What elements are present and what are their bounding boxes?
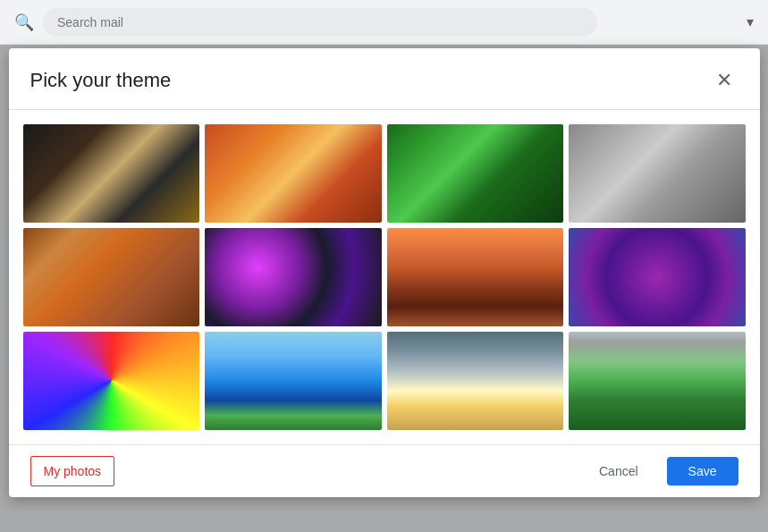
theme-item-lake[interactable] [205, 332, 382, 430]
dialog-body[interactable] [9, 110, 760, 444]
theme-item-jellyfish[interactable] [569, 228, 746, 326]
dropdown-icon[interactable]: ▾ [747, 13, 754, 30]
cancel-button[interactable]: Cancel [581, 457, 656, 486]
theme-item-beach[interactable] [387, 332, 564, 430]
theme-item-canyon[interactable] [205, 124, 382, 223]
search-input[interactable] [43, 8, 597, 37]
theme-item-leaves[interactable] [23, 228, 200, 326]
my-photos-button[interactable]: My photos [30, 456, 115, 486]
theme-item-caterpillar[interactable] [387, 124, 564, 223]
theme-item-chess[interactable] [23, 124, 200, 223]
close-button[interactable]: ✕ [710, 66, 738, 95]
save-button[interactable]: Save [667, 457, 738, 486]
dialog-header: Pick your theme ✕ [9, 48, 760, 110]
search-icon: 🔍 [14, 13, 34, 32]
dialog-title: Pick your theme [30, 69, 172, 92]
theme-item-rainbow[interactable] [23, 332, 200, 430]
search-bar: 🔍 ▾ [0, 0, 768, 45]
theme-item-pipes[interactable] [569, 124, 746, 223]
theme-item-horseshoe[interactable] [387, 228, 564, 326]
theme-item-bokeh[interactable] [205, 228, 382, 326]
footer-actions: Cancel Save [581, 457, 738, 486]
dialog-footer: My photos Cancel Save [9, 444, 760, 497]
dialog-overlay: Pick your theme ✕ My photos Cancel Save [0, 45, 768, 532]
theme-item-forest[interactable] [569, 332, 746, 430]
theme-grid [23, 117, 746, 437]
theme-picker-dialog: Pick your theme ✕ My photos Cancel Save [9, 48, 760, 497]
